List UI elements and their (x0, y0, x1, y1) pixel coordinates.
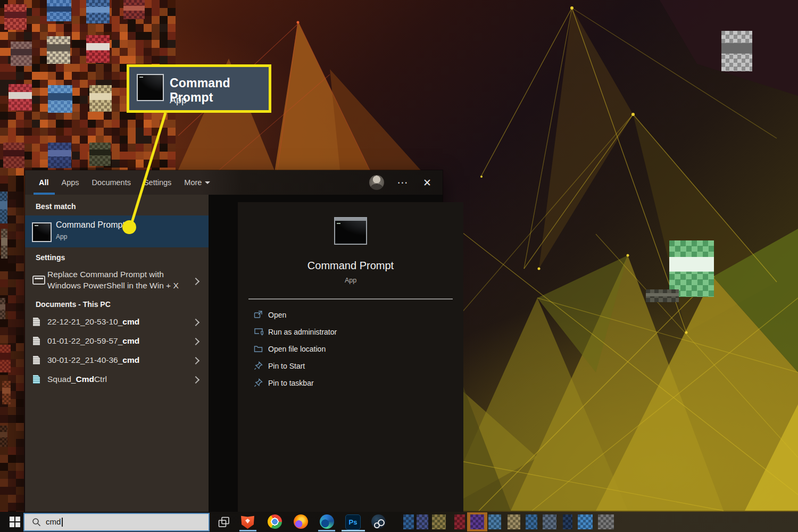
action-pin-to-start[interactable]: Pin to Start (238, 358, 463, 375)
document-result-item[interactable]: 30-01-22_21-40-36_cmd (25, 351, 209, 370)
document-result-item[interactable]: 01-01-22_20-59-57_cmd (25, 332, 209, 351)
prompt-marks (35, 225, 38, 226)
task-view-button[interactable] (213, 512, 235, 532)
tray-icon-pixelated[interactable] (403, 514, 414, 529)
pixelated-block (9, 84, 32, 111)
tray-icon-pixelated[interactable] (508, 514, 520, 529)
pixel-cell (24, 120, 32, 128)
pixel-cell (152, 152, 160, 160)
document-item-label: 30-01-22_21-40-36_cmd (47, 355, 139, 365)
document-result-item[interactable]: Squad_CmdCtrl (25, 370, 209, 389)
action-run-as-administrator[interactable]: Run as administrator (238, 323, 463, 340)
settings-result-item[interactable]: Replace Command Prompt with Windows Powe… (25, 267, 209, 297)
tray-icon-pixelated[interactable] (526, 514, 537, 529)
windows-logo-icon (10, 517, 20, 527)
pixel-cell (8, 431, 16, 439)
pixelated-block (86, 0, 110, 23)
steam-icon[interactable] (371, 514, 386, 529)
pixel-cell (16, 200, 24, 207)
tray-icon-pixelated[interactable] (454, 514, 465, 529)
folder-icon (254, 344, 263, 353)
window-titlebar (335, 218, 366, 221)
pixel-cell (152, 112, 160, 120)
pixel-cell (16, 192, 24, 200)
pixel-cell (40, 72, 48, 80)
pixel-cell (56, 72, 64, 80)
pixel-cell (16, 367, 24, 375)
tab-documents[interactable]: Documents (92, 178, 131, 187)
pixel-cell (0, 335, 8, 343)
pixelated-block (48, 143, 71, 168)
pixel-cell (8, 176, 16, 184)
best-match-result[interactable]: Command Prompt App (25, 215, 209, 247)
more-options-button[interactable]: ⋯ (392, 170, 413, 195)
tray-icon-pixelated[interactable] (578, 514, 593, 529)
pixelated-block (0, 426, 7, 447)
pixel-cell (136, 120, 144, 128)
preview-frame: Command Prompt App Open Run as administr… (209, 195, 443, 512)
tab-settings[interactable]: Settings (144, 178, 171, 187)
pixel-cell (96, 72, 104, 80)
chrome-icon[interactable] (268, 514, 282, 529)
pixel-cell (0, 96, 8, 104)
pixel-cell (32, 32, 40, 40)
pixel-cell (16, 431, 24, 439)
document-result-item[interactable]: 22-12-21_20-53-10_cmd (25, 313, 209, 332)
pixel-cell (160, 144, 168, 152)
action-open[interactable]: Open (238, 306, 463, 323)
tray-icon-pixelated[interactable] (488, 514, 501, 529)
taskbar-search-input[interactable]: cmd (23, 513, 210, 531)
pixel-cell (64, 120, 72, 128)
pixel-cell (80, 160, 88, 168)
pixel-cell (8, 184, 16, 192)
tab-more[interactable]: More (184, 178, 210, 187)
pixel-cell (8, 247, 16, 255)
pixel-cell (16, 407, 24, 415)
pixel-cell (40, 144, 48, 152)
pixel-cell (16, 415, 24, 423)
action-open-file-location[interactable]: Open file location (238, 340, 463, 358)
edge-icon[interactable] (320, 514, 334, 529)
brave-icon[interactable] (240, 514, 255, 529)
pixel-cell (128, 152, 136, 160)
pixel-cell (32, 72, 40, 80)
chevron-right-icon[interactable] (192, 357, 200, 364)
pixel-cell (16, 128, 24, 136)
tray-icon-pixelated[interactable] (543, 514, 556, 529)
action-pin-to-taskbar[interactable]: Pin to taskbar (238, 375, 463, 392)
tray-icon-pixelated[interactable] (417, 514, 428, 529)
pixel-cell (112, 16, 120, 24)
chevron-right-icon[interactable] (192, 278, 200, 285)
chevron-right-icon[interactable] (192, 319, 200, 326)
pixel-cell (32, 112, 40, 120)
pixel-cell (0, 503, 8, 511)
pixel-cell (0, 176, 8, 184)
start-button[interactable] (4, 512, 26, 532)
pixel-cell (160, 128, 168, 136)
tab-all[interactable]: All (39, 178, 49, 187)
tray-icon-pixelated[interactable] (598, 514, 614, 529)
chevron-right-icon[interactable] (192, 338, 200, 345)
pixel-cell (112, 48, 120, 56)
pixel-cell (128, 144, 136, 152)
pixel-cell (24, 72, 32, 80)
command-prompt-icon (32, 222, 52, 242)
tray-icon-pixelated[interactable] (470, 514, 484, 529)
tray-icon-pixelated[interactable] (563, 514, 572, 529)
pixel-cell (48, 72, 56, 80)
pixel-cell (16, 495, 24, 503)
firefox-icon[interactable] (294, 514, 308, 529)
pixel-cell (24, 160, 32, 168)
user-avatar[interactable] (369, 175, 384, 190)
close-button[interactable]: ✕ (415, 170, 439, 195)
tray-icon-pixelated[interactable] (432, 514, 446, 529)
pixel-cell (64, 128, 72, 136)
chevron-right-icon[interactable] (192, 376, 200, 384)
pixel-cell (8, 487, 16, 495)
pixel-cell (80, 112, 88, 120)
tab-apps[interactable]: Apps (62, 178, 79, 187)
photoshop-icon[interactable]: Ps (345, 514, 361, 530)
pixel-cell (72, 8, 80, 16)
pixel-cell (24, 128, 32, 136)
pixel-cell (160, 120, 168, 128)
